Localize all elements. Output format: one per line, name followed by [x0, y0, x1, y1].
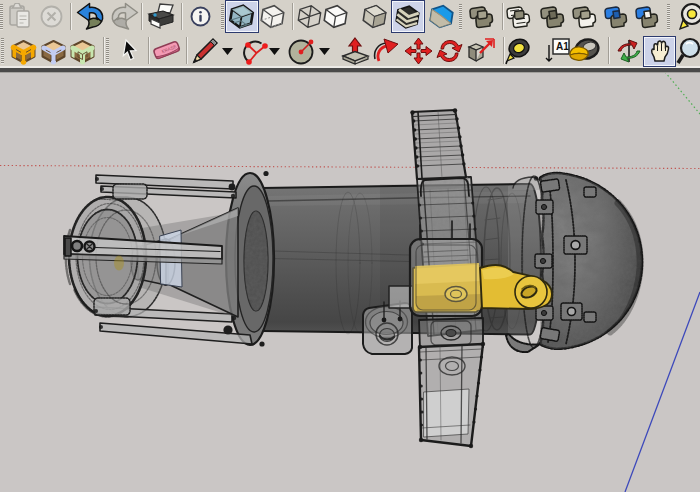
svg-text:A1: A1: [556, 41, 569, 52]
